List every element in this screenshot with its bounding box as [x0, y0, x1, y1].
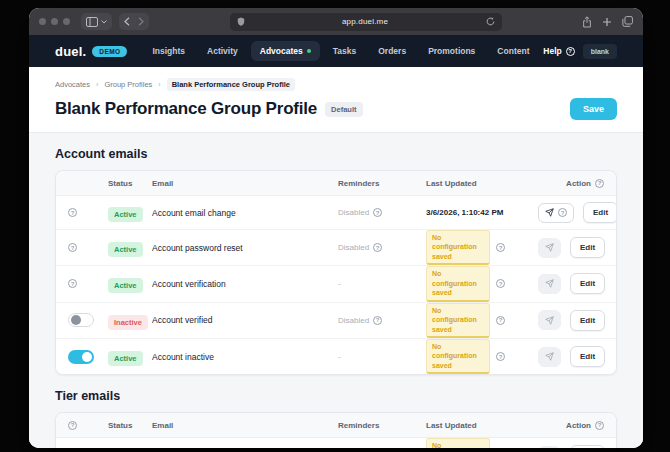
send-test-email-button: [538, 446, 561, 448]
row-help-icon[interactable]: ?: [68, 208, 77, 217]
action-header-label: Action: [566, 179, 591, 188]
reminders-value: Disabled: [338, 208, 369, 217]
email-name-cell: Account password reset: [152, 243, 338, 253]
action-cell: Edit: [538, 310, 605, 331]
edit-button[interactable]: Edit: [570, 346, 605, 367]
no-configuration-info-icon[interactable]: ?: [496, 243, 505, 252]
no-configuration-badge: No configuration saved: [426, 339, 490, 374]
status-control-cell: ?: [68, 208, 108, 217]
nav-items: InsightsActivityAdvocatesTasksOrdersProm…: [143, 41, 538, 61]
no-configuration-info-icon[interactable]: ?: [496, 316, 505, 325]
duel-logo[interactable]: duel.: [55, 44, 86, 59]
sidebar-toggle-button[interactable]: [81, 13, 112, 30]
no-configuration-info-icon[interactable]: ?: [496, 352, 505, 361]
email-name-cell: Account email change: [152, 208, 338, 218]
breadcrumb-item[interactable]: Blank Performance Group Profile: [167, 78, 295, 91]
status-badge: Inactive: [108, 315, 148, 330]
edit-button[interactable]: Edit: [570, 310, 605, 331]
breadcrumb-item[interactable]: Group Profiles: [104, 80, 152, 89]
nav-item-content[interactable]: Content: [488, 41, 538, 61]
nav-item-tasks[interactable]: Tasks: [324, 41, 365, 61]
edit-button[interactable]: Edit: [570, 445, 605, 448]
minimize-window-button[interactable]: [51, 18, 58, 25]
nav-item-label: Tasks: [333, 46, 356, 56]
back-icon[interactable]: [124, 17, 130, 26]
table-row: ActiveGeneric tier unlocked-No configura…: [56, 438, 616, 448]
no-configuration-badge: No configuration saved: [426, 303, 490, 338]
table-row: InactiveAccount verifiedDisabled?No conf…: [56, 303, 616, 339]
address-bar[interactable]: app.duel.me: [230, 13, 502, 31]
reminders-info-icon[interactable]: ?: [373, 316, 382, 325]
action-cell: Edit: [538, 445, 605, 448]
table-row: ?ActiveAccount email changeDisabled?3/6/…: [56, 196, 616, 230]
close-window-button[interactable]: [39, 18, 46, 25]
page-content: Advocates›Group Profiles›Blank Performan…: [29, 67, 643, 448]
breadcrumb: Advocates›Group Profiles›Blank Performan…: [55, 78, 617, 91]
new-tab-icon[interactable]: [602, 17, 612, 27]
help-link[interactable]: Help ?: [543, 46, 574, 56]
no-configuration-info-icon[interactable]: ?: [496, 279, 505, 288]
reminders-cell: Disabled?: [338, 316, 426, 325]
reminders-cell: -: [338, 352, 426, 361]
nav-item-orders[interactable]: Orders: [369, 41, 415, 61]
action-cell: Edit: [538, 237, 605, 258]
action-cell: Edit: [538, 273, 605, 294]
url-text: app.duel.me: [245, 17, 486, 26]
send-test-email-button[interactable]: ?: [538, 203, 574, 223]
action-header-label: Action: [566, 421, 591, 430]
last-updated-value: 3/6/2026, 1:10:42 PM: [426, 208, 503, 217]
send-plane-icon: [545, 208, 554, 217]
last-updated-cell: No configuration saved?: [426, 303, 538, 338]
save-button[interactable]: Save: [570, 98, 617, 120]
status-cell: Inactive: [108, 311, 152, 330]
breadcrumb-separator: ›: [158, 81, 160, 88]
toolbar-right-actions: [582, 16, 633, 28]
reminders-cell: Disabled?: [338, 208, 426, 217]
header-control-cell: ?: [68, 421, 108, 430]
table-header-row: ?StatusEmailRemindersLast UpdatedAction?: [56, 413, 616, 438]
help-label: Help: [543, 46, 561, 56]
action-info-icon[interactable]: ?: [595, 179, 604, 188]
history-nav: [119, 13, 149, 30]
nav-item-insights[interactable]: Insights: [143, 41, 194, 61]
reminders-info-icon[interactable]: ?: [373, 208, 382, 217]
edit-button[interactable]: Edit: [570, 237, 605, 258]
edit-button[interactable]: Edit: [583, 202, 617, 223]
status-toggle[interactable]: [68, 350, 94, 364]
forward-icon[interactable]: [138, 17, 144, 26]
header-info-icon[interactable]: ?: [68, 421, 77, 430]
email-section: Account emailsStatusEmailRemindersLast U…: [55, 147, 617, 375]
row-help-icon[interactable]: ?: [68, 243, 77, 252]
status-toggle[interactable]: [68, 313, 94, 327]
breadcrumb-item[interactable]: Advocates: [55, 80, 90, 89]
send-test-email-button: [538, 347, 561, 367]
status-badge: Active: [108, 242, 143, 257]
status-control-cell: [68, 350, 108, 364]
nav-item-activity[interactable]: Activity: [198, 41, 247, 61]
account-switcher-button[interactable]: blank: [583, 44, 617, 59]
demo-badge: DEMO: [92, 46, 127, 57]
column-header-status: Status: [108, 179, 152, 188]
status-control-cell: [68, 313, 108, 327]
nav-right: Help ? blank: [543, 44, 617, 59]
reminders-value: Disabled: [338, 316, 369, 325]
status-badge: Active: [108, 351, 143, 366]
row-help-icon[interactable]: ?: [68, 279, 77, 288]
action-info-icon[interactable]: ?: [595, 421, 604, 430]
share-icon[interactable]: [582, 16, 592, 28]
column-header-email: Email: [152, 421, 338, 430]
window-controls[interactable]: [39, 18, 70, 25]
page-title: Blank Performance Group Profile: [55, 99, 317, 119]
edit-button[interactable]: Edit: [570, 273, 605, 294]
zoom-window-button[interactable]: [63, 18, 70, 25]
email-sections: Account emailsStatusEmailRemindersLast U…: [29, 132, 643, 448]
nav-item-label: Content: [497, 46, 529, 56]
active-status-dot: [307, 49, 311, 53]
status-cell: Active: [108, 347, 152, 366]
reload-icon[interactable]: [486, 17, 495, 26]
tabs-icon[interactable]: [622, 16, 633, 27]
nav-item-promotions[interactable]: Promotions: [419, 41, 484, 61]
table-row: ?ActiveAccount verification-No configura…: [56, 266, 616, 302]
reminders-info-icon[interactable]: ?: [373, 243, 382, 252]
nav-item-advocates[interactable]: Advocates: [251, 41, 320, 61]
